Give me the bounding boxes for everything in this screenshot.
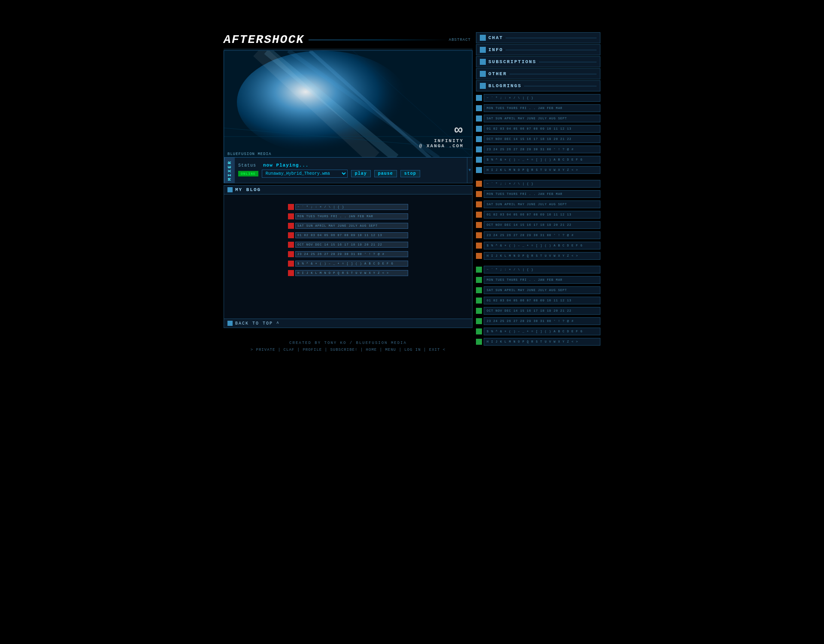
scroll-indicator: ▼ [467, 158, 472, 183]
infinity-text: INFINITY [434, 138, 464, 143]
mixer-bottom-row: ONLINE Runaway_Hybrid_Theory.wma play pa… [238, 170, 420, 178]
sb-blue-bar-6: $ % ^ & × ( ) – _ + = [ ] ( ) A B C D E … [484, 156, 600, 164]
sb-orange-row-5: 23 24 25 26 27 28 29 30 31 00 ' ! ? @ # [476, 231, 600, 240]
sb-green-bar-2: SAT SUN APRIL MAY JUNE JULY AUG SEPT [484, 286, 600, 294]
site-title: AFTERSHOCK [224, 33, 304, 46]
sb-green-row-3: 01 02 03 04 05 06 07 08 09 10 11 12 13 [476, 296, 600, 305]
sb-orange-bar-3: 01 02 03 04 05 06 07 08 09 10 11 12 13 [484, 211, 600, 219]
sb-green-icon-3 [476, 298, 482, 304]
sb-blue-icon-2 [476, 115, 482, 122]
blog-deco-row-7: H I J K L M N O P Q R S T U V W X Y Z < … [288, 269, 408, 277]
deco-icon-2 [288, 223, 294, 229]
sb-green-bar-6: $ % ^ & × ( ) – _ + = [ ] ( ) A B C D E … [484, 328, 600, 335]
sb-orange-icon-7 [476, 253, 482, 259]
back-top-icon [227, 321, 233, 326]
sb-orange-icon-5 [476, 232, 482, 238]
sb-blue-icon-3 [476, 126, 482, 132]
sb-blue-bar-5: 23 24 25 26 27 28 29 30 31 00 ' ! ? @ # [484, 146, 600, 153]
sb-blue-bar-7: H I J K L M N O P Q R S T U V W X Y Z < … [484, 166, 600, 174]
sidebar-btn-info[interactable]: INFO [476, 44, 600, 55]
main-content: AFTERSHOCK ABSTRACT [224, 32, 473, 356]
pause-button[interactable]: pause [374, 170, 397, 177]
deco-bar-7: H I J K L M N O P Q R S T U V W X Y Z < … [295, 270, 408, 276]
sb-green-icon-2 [476, 287, 482, 293]
deco-bar-5: 23 24 25 26 27 28 29 30 31 00 ' ! ? @ # [295, 251, 408, 257]
sb-green-row-1: MON TUES THURS FRI . . JAN FEB MAR [476, 275, 600, 285]
track-select[interactable]: Runaway_Hybrid_Theory.wma [262, 170, 348, 178]
blogrings-line [524, 86, 597, 86]
online-badge: ONLINE [238, 171, 258, 176]
other-label: OTHER [488, 71, 507, 76]
footer-credit: CREATED BY TONY KO / BLUEFUSION MEDIA [228, 341, 468, 345]
blog-header: MY BLOG [224, 185, 473, 194]
blog-deco-row-0: ~ ` " ; : × / \ | { } [288, 203, 408, 211]
sb-blue-row-2: SAT SUN APRIL MAY JUNE JULY AUG SEPT [476, 114, 600, 123]
sb-blue-bar-0: ~ ` " ; : × / \ | { } [484, 94, 600, 102]
sb-orange-icon-2 [476, 201, 482, 207]
sb-blue-icon-4 [476, 136, 482, 142]
sb-orange-bar-2: SAT SUN APRIL MAY JUNE JULY AUG SEPT [484, 200, 600, 208]
sb-orange-row-0: ~ ` " ; : × / \ | { } [476, 179, 600, 188]
sb-green-icon-6 [476, 328, 482, 334]
deco-bar-2: SAT SUN APRIL MAY JUNE JULY AUG SEPT [295, 223, 408, 229]
infinity-symbol: ∞ [419, 122, 464, 138]
blog-deco-row-6: $ % ^ & × ( ) – _ + = [ ] ( ) A B C D E … [288, 260, 408, 267]
back-top-label: BACK TO TOP ^ [235, 321, 280, 326]
sidebar-btn-blogrings[interactable]: BLOGRINGS [476, 80, 600, 91]
sidebar-btn-other[interactable]: OTHER [476, 68, 600, 79]
blog-deco-row-3: 01 02 03 04 05 06 07 08 09 10 11 12 13 [288, 231, 408, 239]
sidebar-divider-2 [476, 261, 600, 263]
back-to-top[interactable]: BACK TO TOP ^ [224, 319, 473, 328]
sb-blue-row-0: ~ ` " ; : × / \ | { } [476, 93, 600, 103]
right-sidebar: CHAT INFO SUBSCRIPTIONS OTHER BLOGRINGS [476, 32, 600, 356]
sidebar-deco-orange: ~ ` " ; : × / \ | { } MON TUES THURS FRI… [476, 179, 600, 261]
deco-bar-6: $ % ^ & × ( ) – _ + = [ ] ( ) A B C D E … [295, 261, 408, 267]
sb-orange-row-6: $ % ^ & × ( ) – _ + = [ ] ( ) A B C D E … [476, 241, 600, 250]
sb-green-row-6: $ % ^ & × ( ) – _ + = [ ] ( ) A B C D E … [476, 327, 600, 336]
stop-button[interactable]: stop [400, 170, 420, 177]
sb-green-icon-0 [476, 267, 482, 273]
blog-section: MY BLOG ~ ` " ; : × / \ | { } MON TUES T… [224, 185, 473, 319]
blogrings-label: BLOGRINGS [488, 83, 521, 88]
sb-orange-icon-6 [476, 243, 482, 249]
deco-icon-4 [288, 242, 294, 248]
sb-blue-icon-1 [476, 105, 482, 111]
infinity-sub: @ XANGA .COM [419, 143, 464, 149]
sidebar-btn-subscriptions[interactable]: SUBSCRIPTIONS [476, 56, 600, 67]
sb-orange-row-1: MON TUES THURS FRI . . JAN FEB MAR [476, 189, 600, 199]
other-line [509, 74, 597, 74]
sb-green-bar-0: ~ ` " ; : × / \ | { } [484, 266, 600, 273]
sb-orange-bar-0: ~ ` " ; : × / \ | { } [484, 180, 600, 188]
deco-icon-5 [288, 251, 294, 257]
sb-orange-icon-3 [476, 212, 482, 218]
deco-icon-7 [288, 270, 294, 276]
info-label: INFO [488, 47, 503, 52]
sb-green-icon-4 [476, 308, 482, 314]
sb-green-icon-1 [476, 277, 482, 283]
now-playing-label: now Playing... [263, 163, 309, 168]
mixer-controls: Status now Playing... ONLINE Runaway_Hyb… [235, 158, 424, 183]
blog-icon [227, 187, 233, 192]
sb-blue-row-7: H I J K L M N O P Q R S T U V W X Y Z < … [476, 165, 600, 175]
sb-green-row-2: SAT SUN APRIL MAY JUNE JULY AUG SEPT [476, 286, 600, 295]
sb-orange-bar-7: H I J K L M N O P Q R S T U V W X Y Z < … [484, 252, 600, 260]
infinity-logo: ∞ INFINITY @ XANGA .COM [419, 122, 464, 149]
play-button[interactable]: play [351, 170, 371, 177]
media-player: ∞ INFINITY @ XANGA .COM BLUEFUSION MEDIA [224, 50, 473, 158]
sb-blue-bar-4: OCT NOV DEC 14 15 16 17 18 19 20 21 22 [484, 135, 600, 143]
sb-green-bar-3: 01 02 03 04 05 06 07 08 09 10 11 12 13 [484, 297, 600, 304]
blogrings-icon [480, 83, 486, 89]
sb-orange-icon-1 [476, 191, 482, 197]
sb-blue-row-1: MON TUES THURS FRI . . JAN FEB MAR [476, 103, 600, 113]
info-icon [480, 47, 486, 53]
mixer-label: MIXER [224, 158, 235, 183]
sb-blue-row-4: OCT NOV DEC 14 15 16 17 18 19 20 21 22 [476, 134, 600, 144]
sb-green-row-0: ~ ` " ; : × / \ | { } [476, 265, 600, 274]
sb-orange-row-4: OCT NOV DEC 14 15 16 17 18 19 20 21 22 [476, 220, 600, 230]
sb-blue-bar-2: SAT SUN APRIL MAY JUNE JULY AUG SEPT [484, 115, 600, 122]
sb-blue-icon-6 [476, 157, 482, 163]
deco-bar-3: 01 02 03 04 05 06 07 08 09 10 11 12 13 [295, 232, 408, 238]
sidebar-btn-chat[interactable]: CHAT [476, 32, 600, 43]
abstract-label: ABSTRACT [449, 38, 471, 42]
sb-orange-bar-4: OCT NOV DEC 14 15 16 17 18 19 20 21 22 [484, 221, 600, 229]
